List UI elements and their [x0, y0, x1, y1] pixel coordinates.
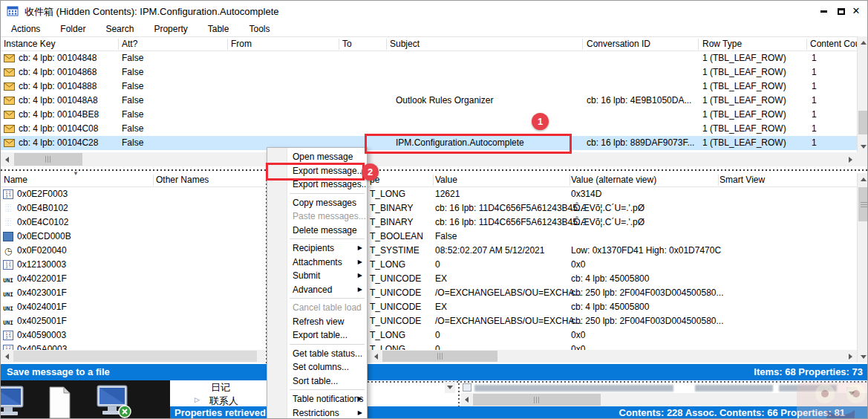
scroll-left-arrow[interactable]	[370, 350, 382, 363]
column-header-conversation-id[interactable]: Conversation ID	[587, 37, 650, 51]
message-row[interactable]: cb: 4 lpb: 00104848 False 1 (TBL_LEAF_RO…	[1, 51, 857, 65]
context-menu-item[interactable]: Table notifications ▶	[267, 392, 367, 406]
context-menu-item[interactable]: Copy messages ▶	[267, 196, 367, 210]
context-menu-item[interactable]: Delete message ▶	[267, 224, 367, 238]
scroll-up-arrow[interactable]	[858, 173, 868, 185]
cell-instance-key: cb: 4 lpb: 00104C28	[19, 136, 98, 150]
scrollbar-thumb[interactable]	[473, 394, 601, 406]
scrollbar-thumb[interactable]	[14, 153, 82, 166]
scrollbar-thumb[interactable]	[382, 351, 497, 362]
scrollbar-thumb[interactable]	[858, 111, 868, 134]
menu-item-label: Copy messages	[293, 198, 356, 208]
menubar-item[interactable]: Property	[154, 24, 187, 34]
message-row[interactable]: cb: 4 lpb: 00104868 False 1 (TBL_LEAF_RO…	[1, 65, 857, 79]
property-row[interactable]: 0x4023001F	[1, 286, 265, 300]
scroll-right-arrow[interactable]	[844, 152, 857, 166]
column-header-to[interactable]: To	[342, 37, 352, 51]
scroll-left-arrow[interactable]	[1, 152, 13, 166]
cell-value: 0	[435, 342, 440, 350]
column-divider[interactable]	[718, 175, 719, 186]
property-tag: 0x0E4C0102	[17, 215, 68, 230]
column-divider[interactable]	[582, 39, 583, 50]
background-scroll-down-arrow[interactable]	[445, 382, 455, 393]
column-divider[interactable]	[570, 175, 570, 186]
context-menu-item[interactable]: Open message ▶	[267, 150, 367, 164]
desktop-remote-desktop-icon[interactable]	[96, 384, 133, 419]
column-header-instance-key[interactable]: Instance Key	[4, 37, 55, 51]
minimize-button[interactable]	[816, 4, 831, 18]
message-row[interactable]: cb: 4 lpb: 001048A8 False Outlook Rules …	[1, 94, 857, 108]
property-row[interactable]: 0x0ECD000B	[1, 230, 265, 244]
column-header-smart-view[interactable]: Smart View	[719, 173, 765, 186]
top-vertical-scrollbar[interactable]	[857, 36, 868, 152]
horizontal-splitter[interactable]	[1, 169, 868, 171]
menubar-item[interactable]: Table	[208, 24, 229, 34]
desktop-computer-icon[interactable]	[1, 385, 25, 419]
column-divider[interactable]	[339, 39, 339, 50]
column-divider[interactable]	[386, 39, 387, 50]
column-divider[interactable]	[118, 39, 119, 50]
right-panel-vertical-scrollbar[interactable]	[857, 173, 868, 363]
scroll-down-arrow[interactable]	[858, 140, 868, 152]
context-menu-item[interactable]: Cancel table load ▶	[267, 301, 367, 315]
column-divider[interactable]	[433, 175, 434, 186]
property-row[interactable]: 0x4025001F	[1, 314, 265, 328]
column-header-row-type[interactable]: Row Type	[702, 37, 742, 51]
close-button[interactable]: ✕	[849, 4, 864, 18]
scroll-left-arrow[interactable]	[1, 350, 13, 363]
context-menu-item[interactable]: Set columns... ▶	[267, 360, 367, 374]
maximize-button[interactable]	[834, 4, 849, 18]
column-header-content-count[interactable]: Content Cou	[810, 37, 860, 51]
tree-expand-icon[interactable]: ▷	[195, 396, 200, 403]
property-row[interactable]: 0x12130003	[1, 258, 265, 272]
context-menu-item[interactable]: Paste messages... ▶	[267, 210, 367, 224]
context-menu-item[interactable]: Submit ▶	[267, 269, 367, 283]
property-row[interactable]: 0x0F020040	[1, 244, 265, 258]
context-menu-item[interactable]: Refresh view ▶	[267, 315, 367, 329]
scroll-right-arrow[interactable]	[844, 350, 856, 363]
scroll-up-arrow[interactable]	[858, 36, 868, 48]
message-row[interactable]: cb: 4 lpb: 00104BE8 False 1 (TBL_LEAF_RO…	[1, 108, 857, 122]
scroll-down-arrow[interactable]	[858, 351, 868, 363]
column-header-value[interactable]: Value	[435, 173, 457, 186]
cell-instance-key: cb: 4 lpb: 001048A8	[19, 94, 98, 108]
scrollbar-thumb[interactable]	[13, 351, 257, 362]
property-row[interactable]: 0x0E2F0003	[1, 187, 265, 201]
scrollbar-thumb[interactable]	[858, 187, 868, 221]
left-panel-horizontal-scrollbar[interactable]	[1, 350, 265, 363]
column-divider[interactable]	[153, 175, 154, 186]
property-row[interactable]: 0x0E4C0102	[1, 215, 265, 230]
desktop-document-icon[interactable]	[47, 386, 72, 419]
folder-tree-item-journal[interactable]: 日记	[211, 381, 230, 394]
column-header-subject[interactable]: Subject	[390, 37, 420, 51]
submenu-arrow-icon: ▶	[358, 406, 362, 419]
message-row[interactable]: cb: 4 lpb: 00104888 False 1 (TBL_LEAF_RO…	[1, 79, 857, 94]
context-menu-item[interactable]: Attachments ▶	[267, 256, 367, 270]
scroll-left-arrow[interactable]	[461, 393, 472, 406]
context-menu-item[interactable]: Export table... ▶	[267, 328, 367, 342]
menubar-item[interactable]: Folder	[60, 24, 85, 34]
property-row[interactable]: 0x40590003	[1, 328, 265, 342]
property-row[interactable]: 0x0E4B0102	[1, 201, 265, 215]
column-divider[interactable]	[698, 39, 699, 50]
column-header-from[interactable]: From	[231, 37, 252, 51]
context-menu-item[interactable]: Recipients ▶	[267, 241, 367, 256]
column-header-value-alt[interactable]: Value (alternate view)	[571, 173, 656, 186]
context-menu-item[interactable]: Sort table... ▶	[267, 374, 367, 389]
menubar-item[interactable]: Tools	[249, 24, 270, 34]
column-divider[interactable]	[227, 39, 228, 50]
column-header-name[interactable]: Name	[4, 173, 27, 186]
column-header-att[interactable]: Att?	[122, 37, 137, 51]
context-menu-item[interactable]: Get table status... ▶	[267, 347, 367, 361]
cell-att: False	[122, 136, 143, 150]
column-header-other-names[interactable]: Other Names	[156, 173, 209, 186]
top-horizontal-scrollbar[interactable]	[1, 152, 857, 166]
property-row[interactable]: 0x4024001F	[1, 300, 265, 314]
context-menu-item[interactable]: Restrictions ▶	[267, 406, 367, 419]
menubar-item[interactable]: Actions	[11, 24, 40, 34]
menubar-item[interactable]: Search	[105, 24, 134, 34]
property-row[interactable]: 0x405A0003	[1, 342, 265, 350]
property-row[interactable]: 0x4022001F	[1, 272, 265, 286]
column-divider[interactable]	[806, 39, 807, 50]
context-menu-item[interactable]: Advanced ▶	[267, 283, 367, 297]
